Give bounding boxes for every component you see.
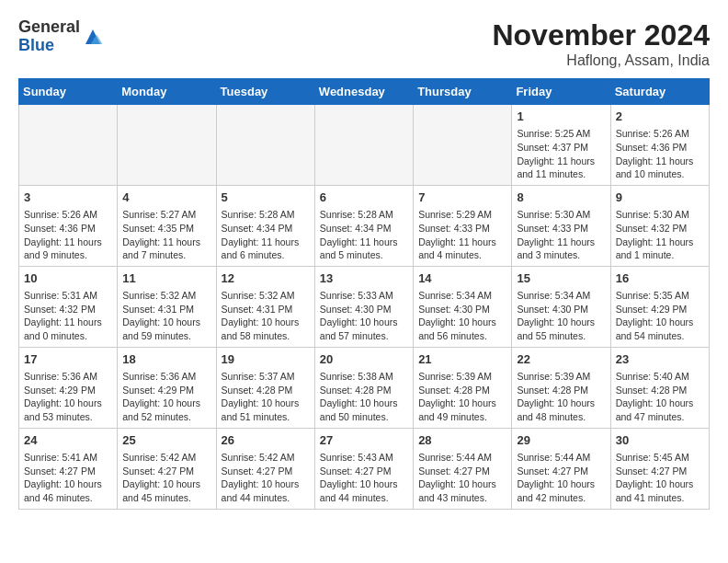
calendar-week-2: 3Sunrise: 5:26 AM Sunset: 4:36 PM Daylig… (19, 185, 710, 266)
calendar-cell: 10Sunrise: 5:31 AM Sunset: 4:32 PM Dayli… (19, 266, 118, 347)
day-info: Sunrise: 5:30 AM Sunset: 4:32 PM Dayligh… (616, 208, 704, 262)
day-number: 23 (616, 351, 704, 368)
calendar-cell (414, 105, 512, 186)
logo-icon (82, 26, 104, 48)
day-info: Sunrise: 5:44 AM Sunset: 4:27 PM Dayligh… (517, 451, 605, 505)
day-info: Sunrise: 5:27 AM Sunset: 4:35 PM Dayligh… (122, 208, 210, 262)
day-info: Sunrise: 5:38 AM Sunset: 4:28 PM Dayligh… (320, 370, 408, 424)
calendar-header-friday: Friday (512, 79, 610, 105)
calendar-cell: 1Sunrise: 5:25 AM Sunset: 4:37 PM Daylig… (512, 105, 610, 186)
day-number: 24 (24, 432, 112, 449)
day-number: 12 (222, 270, 310, 287)
day-number: 18 (122, 351, 210, 368)
logo-blue-text: Blue (18, 37, 80, 55)
day-number: 3 (24, 190, 112, 206)
calendar-cell: 28Sunrise: 5:44 AM Sunset: 4:27 PM Dayli… (414, 428, 512, 509)
calendar-cell: 13Sunrise: 5:33 AM Sunset: 4:30 PM Dayli… (314, 266, 413, 347)
calendar-header-tuesday: Tuesday (216, 79, 314, 105)
day-number: 29 (517, 432, 605, 449)
calendar-cell: 24Sunrise: 5:41 AM Sunset: 4:27 PM Dayli… (19, 428, 118, 509)
calendar-cell: 20Sunrise: 5:38 AM Sunset: 4:28 PM Dayli… (314, 347, 413, 428)
location: Haflong, Assam, India (492, 52, 710, 69)
day-info: Sunrise: 5:39 AM Sunset: 4:28 PM Dayligh… (418, 370, 506, 424)
day-info: Sunrise: 5:28 AM Sunset: 4:34 PM Dayligh… (222, 208, 310, 262)
day-info: Sunrise: 5:36 AM Sunset: 4:29 PM Dayligh… (122, 370, 210, 424)
day-number: 15 (517, 270, 605, 287)
calendar-cell: 18Sunrise: 5:36 AM Sunset: 4:29 PM Dayli… (118, 347, 216, 428)
day-info: Sunrise: 5:31 AM Sunset: 4:32 PM Dayligh… (24, 289, 112, 343)
day-number: 2 (616, 109, 704, 125)
header: General Blue November 2024 Haflong, Assa… (18, 18, 710, 69)
day-info: Sunrise: 5:39 AM Sunset: 4:28 PM Dayligh… (517, 370, 605, 424)
day-info: Sunrise: 5:43 AM Sunset: 4:27 PM Dayligh… (320, 451, 408, 505)
calendar-cell: 26Sunrise: 5:42 AM Sunset: 4:27 PM Dayli… (216, 428, 314, 509)
day-info: Sunrise: 5:33 AM Sunset: 4:30 PM Dayligh… (320, 289, 408, 343)
title-section: November 2024 Haflong, Assam, India (492, 18, 710, 69)
day-info: Sunrise: 5:42 AM Sunset: 4:27 PM Dayligh… (122, 451, 210, 505)
day-number: 25 (122, 432, 210, 449)
day-number: 20 (320, 351, 408, 368)
calendar-cell: 25Sunrise: 5:42 AM Sunset: 4:27 PM Dayli… (118, 428, 216, 509)
calendar-header-wednesday: Wednesday (314, 79, 413, 105)
calendar-header-sunday: Sunday (19, 79, 118, 105)
day-info: Sunrise: 5:32 AM Sunset: 4:31 PM Dayligh… (122, 289, 210, 343)
calendar-cell: 19Sunrise: 5:37 AM Sunset: 4:28 PM Dayli… (216, 347, 314, 428)
calendar-cell (216, 105, 314, 186)
day-info: Sunrise: 5:44 AM Sunset: 4:27 PM Dayligh… (418, 451, 506, 505)
calendar-cell: 5Sunrise: 5:28 AM Sunset: 4:34 PM Daylig… (216, 185, 314, 266)
calendar-cell (314, 105, 413, 186)
calendar-cell (118, 105, 216, 186)
day-number: 19 (222, 351, 310, 368)
day-info: Sunrise: 5:42 AM Sunset: 4:27 PM Dayligh… (222, 451, 310, 505)
calendar-week-1: 1Sunrise: 5:25 AM Sunset: 4:37 PM Daylig… (19, 105, 710, 186)
day-info: Sunrise: 5:35 AM Sunset: 4:29 PM Dayligh… (616, 289, 704, 343)
calendar-cell: 23Sunrise: 5:40 AM Sunset: 4:28 PM Dayli… (610, 347, 709, 428)
day-info: Sunrise: 5:36 AM Sunset: 4:29 PM Dayligh… (24, 370, 112, 424)
day-info: Sunrise: 5:34 AM Sunset: 4:30 PM Dayligh… (517, 289, 605, 343)
day-info: Sunrise: 5:29 AM Sunset: 4:33 PM Dayligh… (418, 208, 506, 262)
calendar-cell: 8Sunrise: 5:30 AM Sunset: 4:33 PM Daylig… (512, 185, 610, 266)
day-number: 1 (517, 109, 605, 125)
calendar-header-monday: Monday (118, 79, 216, 105)
calendar-cell: 11Sunrise: 5:32 AM Sunset: 4:31 PM Dayli… (118, 266, 216, 347)
day-info: Sunrise: 5:30 AM Sunset: 4:33 PM Dayligh… (517, 208, 605, 262)
day-number: 8 (517, 190, 605, 206)
calendar-cell: 21Sunrise: 5:39 AM Sunset: 4:28 PM Dayli… (414, 347, 512, 428)
calendar-header-row: SundayMondayTuesdayWednesdayThursdayFrid… (19, 79, 710, 105)
day-number: 26 (222, 432, 310, 449)
calendar-cell: 27Sunrise: 5:43 AM Sunset: 4:27 PM Dayli… (314, 428, 413, 509)
day-info: Sunrise: 5:37 AM Sunset: 4:28 PM Dayligh… (222, 370, 310, 424)
calendar-cell: 17Sunrise: 5:36 AM Sunset: 4:29 PM Dayli… (19, 347, 118, 428)
day-number: 14 (418, 270, 506, 287)
calendar-header-saturday: Saturday (610, 79, 709, 105)
day-info: Sunrise: 5:34 AM Sunset: 4:30 PM Dayligh… (418, 289, 506, 343)
logo-general-text: General (18, 18, 80, 37)
day-info: Sunrise: 5:32 AM Sunset: 4:31 PM Dayligh… (222, 289, 310, 343)
month-title: November 2024 (492, 18, 710, 52)
day-info: Sunrise: 5:45 AM Sunset: 4:27 PM Dayligh… (616, 451, 704, 505)
calendar-cell (19, 105, 118, 186)
day-number: 17 (24, 351, 112, 368)
calendar-cell: 22Sunrise: 5:39 AM Sunset: 4:28 PM Dayli… (512, 347, 610, 428)
calendar-cell: 15Sunrise: 5:34 AM Sunset: 4:30 PM Dayli… (512, 266, 610, 347)
calendar-cell: 3Sunrise: 5:26 AM Sunset: 4:36 PM Daylig… (19, 185, 118, 266)
calendar-week-5: 24Sunrise: 5:41 AM Sunset: 4:27 PM Dayli… (19, 428, 710, 509)
calendar-cell: 14Sunrise: 5:34 AM Sunset: 4:30 PM Dayli… (414, 266, 512, 347)
calendar-header-thursday: Thursday (414, 79, 512, 105)
day-number: 30 (616, 432, 704, 449)
calendar-cell: 12Sunrise: 5:32 AM Sunset: 4:31 PM Dayli… (216, 266, 314, 347)
day-number: 5 (222, 190, 310, 206)
day-info: Sunrise: 5:26 AM Sunset: 4:36 PM Dayligh… (24, 208, 112, 262)
day-number: 9 (616, 190, 704, 206)
calendar-cell: 29Sunrise: 5:44 AM Sunset: 4:27 PM Dayli… (512, 428, 610, 509)
day-number: 28 (418, 432, 506, 449)
day-info: Sunrise: 5:41 AM Sunset: 4:27 PM Dayligh… (24, 451, 112, 505)
day-number: 6 (320, 190, 408, 206)
day-number: 11 (122, 270, 210, 287)
day-info: Sunrise: 5:25 AM Sunset: 4:37 PM Dayligh… (517, 127, 605, 181)
calendar-cell: 4Sunrise: 5:27 AM Sunset: 4:35 PM Daylig… (118, 185, 216, 266)
day-number: 7 (418, 190, 506, 206)
calendar-week-3: 10Sunrise: 5:31 AM Sunset: 4:32 PM Dayli… (19, 266, 710, 347)
calendar-cell: 2Sunrise: 5:26 AM Sunset: 4:36 PM Daylig… (610, 105, 709, 186)
calendar-cell: 9Sunrise: 5:30 AM Sunset: 4:32 PM Daylig… (610, 185, 709, 266)
